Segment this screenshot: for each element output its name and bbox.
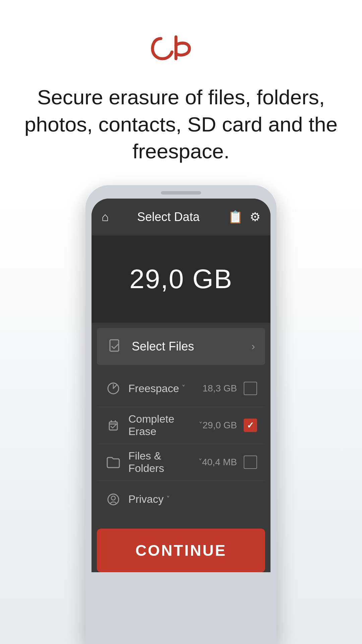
list-item-complete-erase[interactable]: Complete Erase ˅ 29,0 GB bbox=[97, 407, 265, 444]
phone-mockup: ⌂ Select Data 📋 ⚙ 29,0 GB bbox=[85, 185, 277, 644]
privacy-icon bbox=[105, 491, 122, 508]
phone-notch bbox=[161, 191, 201, 195]
files-folders-dropdown-icon: ˅ bbox=[198, 458, 202, 467]
list-item-privacy[interactable]: Privacy ˅ bbox=[97, 481, 265, 518]
freespace-label: Freespace ˅ bbox=[128, 382, 202, 395]
select-files-label: Select Files bbox=[132, 339, 251, 354]
phone-screen: ⌂ Select Data 📋 ⚙ 29,0 GB bbox=[92, 199, 270, 572]
complete-erase-icon bbox=[105, 417, 122, 434]
files-folders-label: Files & Folders ˅ bbox=[128, 450, 202, 475]
freespace-checkbox[interactable] bbox=[244, 382, 257, 395]
app-bar: ⌂ Select Data 📋 ⚙ bbox=[92, 199, 270, 235]
settings-icon[interactable]: ⚙ bbox=[250, 210, 260, 224]
select-files-button[interactable]: Select Files › bbox=[97, 328, 265, 365]
top-section: Secure erasure of files, folders, photos… bbox=[0, 0, 362, 185]
privacy-label: Privacy ˅ bbox=[128, 493, 257, 505]
svg-point-5 bbox=[111, 496, 115, 500]
files-folders-size: 40,4 MB bbox=[202, 457, 237, 468]
home-icon[interactable]: ⌂ bbox=[102, 210, 109, 224]
svg-rect-3 bbox=[111, 421, 112, 422]
data-list: Freespace ˅ 18,3 GB bbox=[97, 370, 265, 518]
freespace-icon bbox=[105, 380, 122, 397]
continue-button[interactable]: CONTINUE bbox=[97, 529, 265, 572]
app-logo bbox=[151, 27, 211, 67]
complete-erase-size: 29,0 GB bbox=[202, 420, 237, 431]
complete-erase-dropdown-icon: ˅ bbox=[199, 421, 202, 430]
complete-erase-checkbox[interactable] bbox=[244, 419, 257, 432]
storage-display: 29,0 GB bbox=[92, 235, 270, 323]
chevron-right-icon: › bbox=[251, 340, 255, 353]
app-tagline: Secure erasure of files, folders, photos… bbox=[20, 84, 342, 165]
screen-title: Select Data bbox=[116, 210, 221, 224]
phone-wrapper: ⌂ Select Data 📋 ⚙ 29,0 GB bbox=[0, 185, 362, 644]
freespace-dropdown-icon: ˅ bbox=[182, 384, 185, 393]
privacy-dropdown-icon: ˅ bbox=[166, 495, 170, 504]
clipboard-icon[interactable]: 📋 bbox=[228, 210, 243, 224]
complete-erase-label: Complete Erase ˅ bbox=[128, 413, 202, 438]
freespace-size: 18,3 GB bbox=[202, 383, 237, 394]
file-check-icon bbox=[107, 338, 124, 355]
list-item-freespace[interactable]: Freespace ˅ 18,3 GB bbox=[97, 370, 265, 407]
files-folders-checkbox[interactable] bbox=[244, 455, 257, 469]
storage-size: 29,0 GB bbox=[129, 264, 233, 294]
list-item-files-folders[interactable]: Files & Folders ˅ 40,4 MB bbox=[97, 444, 265, 481]
menu-section: Select Files › bbox=[92, 328, 270, 518]
svg-rect-2 bbox=[109, 422, 117, 430]
files-folders-icon bbox=[105, 454, 122, 471]
